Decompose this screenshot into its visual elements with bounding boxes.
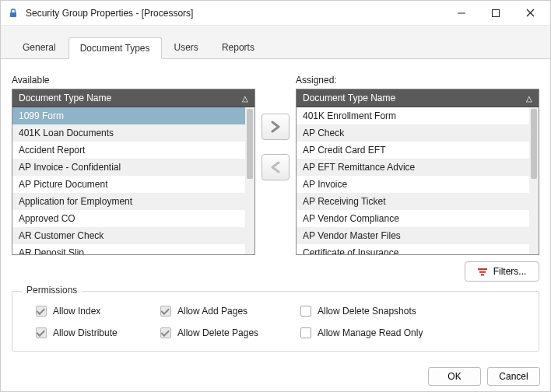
filters-label: Filters... [493, 266, 527, 277]
ok-button[interactable]: OK [428, 367, 481, 386]
list-item[interactable]: AP Receiving Ticket [297, 193, 539, 210]
list-item[interactable]: Application for Employment [12, 193, 254, 210]
perm-allow-distribute[interactable]: Allow Distribute [36, 327, 160, 338]
assigned-list[interactable]: Document Type Name △ 401K Enrollment For… [296, 89, 539, 255]
svg-rect-7 [481, 274, 484, 275]
checkbox-icon [160, 306, 171, 317]
perm-label: Allow Index [53, 306, 100, 317]
perm-allow-manage-read-only[interactable]: Allow Manage Read Only [300, 327, 472, 338]
list-item[interactable]: 401K Loan Documents [12, 124, 254, 142]
assigned-label: Assigned: [296, 75, 539, 86]
checkbox-icon [160, 327, 171, 338]
list-item[interactable]: AP Vendor Master Files [297, 227, 539, 244]
svg-rect-6 [479, 271, 486, 273]
list-item[interactable]: 401K Enrollment Form [297, 107, 539, 124]
perm-label: Allow Delete Pages [177, 327, 258, 338]
svg-rect-2 [493, 9, 500, 16]
maximize-button[interactable] [479, 2, 513, 25]
list-item[interactable]: AR Deposit Slip [12, 244, 254, 254]
list-item[interactable]: Certificate of Insurance [297, 244, 539, 254]
svg-rect-0 [10, 12, 16, 17]
sort-asc-icon: △ [526, 94, 532, 103]
list-item[interactable]: AP Check [297, 124, 539, 142]
assigned-scrollbar[interactable] [529, 107, 539, 254]
perm-allow-delete-pages[interactable]: Allow Delete Pages [160, 327, 300, 338]
checkbox-icon [300, 327, 311, 338]
list-item[interactable]: AP Invoice - Confidential [12, 159, 254, 176]
list-item[interactable]: Approved CO [12, 210, 254, 227]
scroll-thumb[interactable] [247, 109, 253, 179]
perm-label: Allow Manage Read Only [318, 327, 423, 338]
permissions-legend: Permissions [22, 285, 82, 296]
minimize-button[interactable] [444, 2, 479, 25]
unassign-button[interactable] [261, 154, 290, 180]
list-item[interactable]: Accident Report [12, 142, 254, 159]
available-column-label: Document Type Name [19, 93, 111, 103]
perm-allow-index[interactable]: Allow Index [36, 306, 160, 317]
list-item[interactable]: AP EFT Remittance Advice [297, 159, 539, 176]
tab-document-types[interactable]: Document Types [68, 37, 162, 59]
titlebar: Security Group Properties - [Processors] [1, 1, 550, 26]
list-item[interactable]: AR Customer Check [12, 227, 254, 244]
list-item[interactable]: AP Vendor Compliance [297, 210, 539, 227]
window-title: Security Group Properties - [Processors] [26, 8, 444, 19]
cancel-button[interactable]: Cancel [487, 367, 540, 386]
permissions-group: Permissions Allow IndexAllow Add PagesAl… [12, 291, 539, 352]
filters-button[interactable]: Filters... [465, 261, 539, 282]
list-item[interactable]: AP Credit Card EFT [297, 142, 539, 159]
sort-asc-icon: △ [242, 94, 248, 103]
checkbox-icon [300, 306, 311, 317]
available-list[interactable]: Document Type Name △ 1099 Form401K Loan … [12, 89, 255, 255]
assigned-column-label: Document Type Name [303, 93, 395, 103]
list-item[interactable]: 1099 Form [12, 107, 254, 124]
tab-users[interactable]: Users [163, 37, 209, 59]
perm-label: Allow Delete Snapshots [318, 306, 416, 317]
checkbox-icon [36, 327, 47, 338]
tab-reports[interactable]: Reports [211, 37, 265, 59]
assigned-column-header[interactable]: Document Type Name △ [297, 89, 539, 107]
tab-general[interactable]: General [12, 37, 67, 59]
assign-button[interactable] [261, 114, 290, 140]
svg-rect-5 [478, 268, 487, 270]
tab-strip: GeneralDocument TypesUsersReports [1, 26, 550, 59]
list-item[interactable]: AP Picture Document [12, 176, 254, 193]
lock-icon [7, 7, 19, 19]
available-label: Available [12, 75, 255, 86]
perm-allow-delete-snapshots[interactable]: Allow Delete Snapshots [300, 306, 472, 317]
filter-icon [478, 268, 487, 275]
checkbox-icon [36, 306, 47, 317]
perm-label: Allow Distribute [53, 327, 118, 338]
available-scrollbar[interactable] [245, 107, 254, 254]
list-item[interactable]: AP Invoice [297, 176, 539, 193]
scroll-thumb[interactable] [531, 109, 537, 179]
perm-label: Allow Add Pages [177, 306, 247, 317]
perm-allow-add-pages[interactable]: Allow Add Pages [160, 306, 300, 317]
dialog-footer: OK Cancel [0, 361, 551, 392]
close-button[interactable] [513, 2, 547, 25]
available-column-header[interactable]: Document Type Name △ [12, 89, 254, 107]
